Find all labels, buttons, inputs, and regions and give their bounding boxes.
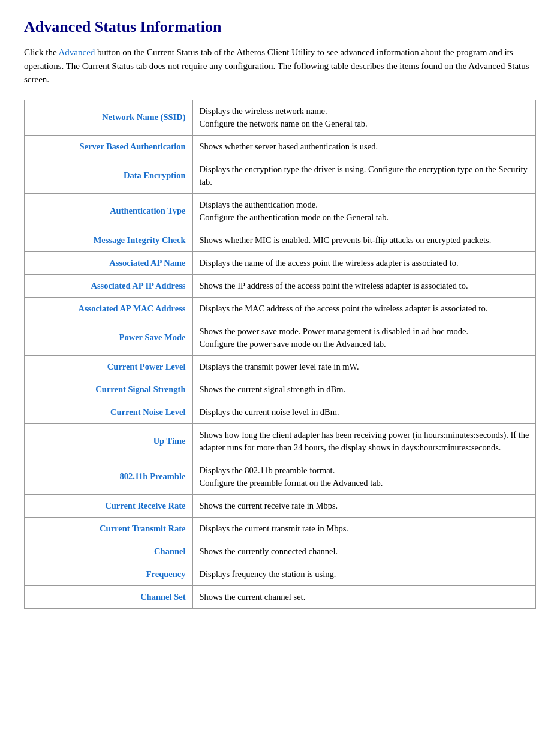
table-row: Current Noise LevelDisplays the current …	[25, 401, 536, 423]
row-label: Up Time	[25, 423, 193, 459]
row-description: Displays the transmit power level rate i…	[193, 355, 536, 378]
table-row: Server Based AuthenticationShows whether…	[25, 135, 536, 158]
table-row: Up TimeShows how long the client adapter…	[25, 423, 536, 459]
advanced-link-text: Advanced	[59, 47, 95, 57]
row-label: Current Transmit Rate	[25, 517, 193, 540]
row-label: Current Receive Rate	[25, 494, 193, 517]
row-description: Shows the currently connected channel.	[193, 540, 536, 563]
row-description: Displays the current noise level in dBm.	[193, 401, 536, 423]
table-row: 802.11b PreambleDisplays the 802.11b pre…	[25, 459, 536, 494]
row-description: Displays the 802.11b preamble format.Con…	[193, 459, 536, 494]
status-table: Network Name (SSID)Displays the wireless…	[24, 100, 536, 609]
row-description: Shows the power save mode. Power managem…	[193, 320, 536, 355]
row-description: Shows whether MIC is enabled. MIC preven…	[193, 229, 536, 251]
row-label: Current Noise Level	[25, 401, 193, 423]
intro-text: button on the Current Status tab of the …	[24, 47, 529, 84]
table-row: Current Signal StrengthShows the current…	[25, 378, 536, 401]
row-description: Displays the encryption type the driver …	[193, 158, 536, 193]
row-description: Shows whether server based authenticatio…	[193, 135, 536, 158]
table-row: Network Name (SSID)Displays the wireless…	[25, 100, 536, 135]
table-row: Authentication TypeDisplays the authenti…	[25, 193, 536, 229]
row-description: Displays frequency the station is using.	[193, 563, 536, 585]
row-label: Channel	[25, 540, 193, 563]
page-title: Advanced Status Information	[24, 18, 536, 36]
table-row: Current Transmit RateDisplays the curren…	[25, 517, 536, 540]
table-row: Associated AP IP AddressShows the IP add…	[25, 274, 536, 297]
row-description: Shows how long the client adapter has be…	[193, 423, 536, 459]
row-label: Frequency	[25, 563, 193, 585]
table-row: Associated AP NameDisplays the name of t…	[25, 251, 536, 274]
row-label: Message Integrity Check	[25, 229, 193, 251]
table-row: Channel SetShows the current channel set…	[25, 585, 536, 608]
table-row: Associated AP MAC AddressDisplays the MA…	[25, 297, 536, 320]
row-label: Channel Set	[25, 585, 193, 608]
row-description: Shows the IP address of the access point…	[193, 274, 536, 297]
row-description: Displays the current transmit rate in Mb…	[193, 517, 536, 540]
row-label: 802.11b Preamble	[25, 459, 193, 494]
row-label: Associated AP IP Address	[25, 274, 193, 297]
table-row: FrequencyDisplays frequency the station …	[25, 563, 536, 585]
row-description: Shows the current channel set.	[193, 585, 536, 608]
row-description: Displays the MAC address of the access p…	[193, 297, 536, 320]
table-row: Current Receive RateShows the current re…	[25, 494, 536, 517]
table-row: Message Integrity CheckShows whether MIC…	[25, 229, 536, 251]
row-label: Server Based Authentication	[25, 135, 193, 158]
table-row: Current Power LevelDisplays the transmit…	[25, 355, 536, 378]
row-label: Power Save Mode	[25, 320, 193, 355]
row-label: Current Signal Strength	[25, 378, 193, 401]
row-description: Displays the name of the access point th…	[193, 251, 536, 274]
table-row: Power Save ModeShows the power save mode…	[25, 320, 536, 355]
row-label: Authentication Type	[25, 193, 193, 229]
row-description: Displays the authentication mode.Configu…	[193, 193, 536, 229]
row-label: Network Name (SSID)	[25, 100, 193, 135]
row-label: Associated AP Name	[25, 251, 193, 274]
intro-paragraph: Click the Advanced button on the Current…	[24, 46, 536, 86]
row-label: Data Encryption	[25, 158, 193, 193]
row-label: Associated AP MAC Address	[25, 297, 193, 320]
row-description: Shows the current receive rate in Mbps.	[193, 494, 536, 517]
table-row: ChannelShows the currently connected cha…	[25, 540, 536, 563]
table-row: Data EncryptionDisplays the encryption t…	[25, 158, 536, 193]
row-description: Displays the wireless network name.Confi…	[193, 100, 536, 135]
row-label: Current Power Level	[25, 355, 193, 378]
row-description: Shows the current signal strength in dBm…	[193, 378, 536, 401]
